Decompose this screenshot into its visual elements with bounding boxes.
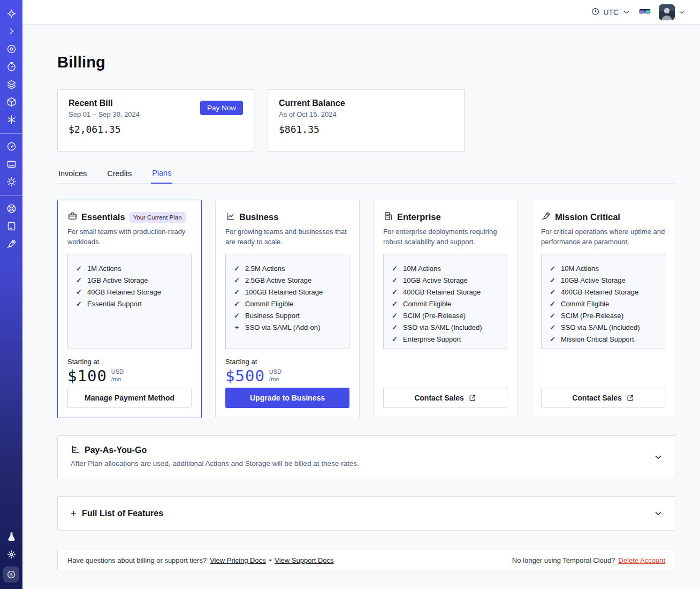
plan-feature-box: ✓1M Actions ✓1GB Active Storage ✓40GB Re…	[67, 254, 192, 349]
top-header: UTC	[22, 0, 700, 25]
current-balance-title: Current Balance	[279, 99, 453, 108]
layers-icon	[6, 79, 17, 92]
plan-feature-box: ✓10M Actions ✓10GB Active Storage ✓400GB…	[383, 254, 507, 349]
bar-chart-icon	[71, 444, 80, 456]
chart-line-icon	[225, 211, 235, 223]
current-plan-badge: Your Current Plan	[129, 212, 186, 223]
feature-label: Commit Eligible	[403, 298, 451, 310]
clock-icon	[591, 7, 600, 18]
gear-icon	[6, 176, 17, 189]
sun-icon	[6, 549, 17, 562]
tab-credits[interactable]: Credits	[106, 165, 133, 183]
feature-label: Business Support	[245, 310, 300, 322]
feature-item: ✓2.5M Actions	[233, 263, 341, 275]
sidebar-nav: $	[0, 0, 22, 589]
sidebar-item-logo[interactable]	[0, 5, 22, 23]
feedback-glasses-button[interactable]	[638, 5, 651, 19]
check-icon: ✓	[549, 286, 556, 298]
timezone-label: UTC	[603, 8, 619, 17]
page-title: Billing	[57, 54, 675, 71]
feature-item: ✓1GB Active Storage	[75, 275, 184, 286]
upgrade-business-button[interactable]: Upgrade to Business	[225, 388, 349, 408]
check-icon: ✓	[549, 334, 556, 345]
sidebar-item-docs[interactable]	[0, 218, 22, 236]
feature-label: 2.5M Actions	[245, 263, 285, 275]
feature-label: Mission Critical Support	[561, 334, 634, 345]
support-docs-link[interactable]: View Support Docs	[275, 556, 333, 564]
manage-payment-button[interactable]: Manage Payment Method	[67, 388, 192, 408]
tab-invoices[interactable]: Invoices	[57, 165, 88, 183]
feature-label: 40GB Retained Storage	[87, 286, 161, 298]
feature-label: Enterprise Support	[403, 334, 461, 345]
sidebar-item-nexus[interactable]	[0, 111, 22, 129]
features-accordion[interactable]: + Full List of Features	[57, 496, 675, 531]
recent-bill-card: Recent Bill Sep 01 – Sep 30, 2024 $2,061…	[57, 89, 254, 152]
plan-description: For enterprise deployments requiring rob…	[383, 227, 507, 247]
sidebar-item-billing-active[interactable]: $	[0, 564, 22, 582]
feature-item: ✓Mission Critical Support	[549, 334, 657, 345]
delete-account-link[interactable]: Delete Account	[619, 556, 665, 564]
feature-label: Commit Eligible	[561, 298, 609, 310]
plan-currency: USD	[269, 368, 281, 375]
recent-bill-amount: $2,061.35	[69, 124, 243, 135]
sidebar-item-deployments[interactable]	[0, 76, 22, 94]
pricing-docs-link[interactable]: View Pricing Docs	[210, 556, 266, 564]
card-icon	[6, 158, 17, 171]
external-link-icon	[626, 394, 634, 402]
contact-sales-label: Contact Sales	[414, 394, 464, 402]
feature-item: ✓SCIM (Pre-Release)	[549, 310, 657, 322]
check-icon: ✓	[75, 286, 82, 298]
feature-item: ✓1M Actions	[75, 263, 184, 275]
check-icon: ✓	[391, 334, 398, 345]
check-icon: ✓	[549, 310, 556, 322]
plan-period: /mo	[111, 375, 124, 383]
external-link-icon	[468, 394, 476, 402]
sidebar-item-theme[interactable]	[0, 546, 22, 564]
plus-icon: +	[233, 322, 240, 334]
plan-period: /mo	[269, 375, 281, 383]
tab-plans[interactable]: Plans	[151, 165, 172, 184]
feature-item: ✓10GB Active Storage	[391, 275, 499, 286]
user-menu[interactable]	[659, 4, 686, 20]
plan-card-enterprise: Enterprise For enterprise deployments re…	[373, 200, 518, 418]
plus-icon: +	[71, 508, 77, 519]
contact-sales-button[interactable]: Contact Sales	[383, 388, 507, 408]
feature-label: 10M Actions	[403, 263, 441, 275]
sidebar-item-schedules[interactable]	[0, 58, 22, 76]
sidebar-item-billing[interactable]	[0, 156, 22, 173]
check-icon: ✓	[549, 322, 556, 334]
rocket-icon	[541, 211, 551, 223]
sidebar-item-usage[interactable]	[0, 138, 22, 156]
chevron-down-icon	[678, 9, 686, 16]
starting-at-label: Starting at	[225, 358, 349, 366]
timezone-selector[interactable]: UTC	[591, 7, 631, 18]
feature-item: ✓10M Actions	[391, 263, 499, 275]
rocket-icon	[6, 238, 17, 251]
contact-sales-button[interactable]: Contact Sales	[541, 388, 665, 408]
sidebar-item-settings[interactable]	[0, 173, 22, 191]
building-icon	[383, 211, 393, 223]
pay-now-button[interactable]: Pay Now	[200, 101, 243, 115]
payg-accordion[interactable]: Pay-As-You-Go After Plan allocations are…	[57, 435, 675, 479]
chevron-right-icon	[6, 26, 17, 39]
plan-name: Mission Critical	[555, 212, 620, 222]
sidebar-item-support[interactable]	[0, 200, 22, 218]
check-icon: ✓	[75, 263, 82, 275]
check-icon: ✓	[391, 286, 398, 298]
sidebar-item-expand[interactable]	[0, 23, 22, 41]
sidebar-item-workflows[interactable]	[0, 94, 22, 111]
plan-description: For small teams with production-ready wo…	[67, 227, 192, 247]
sidebar-item-namespaces[interactable]	[0, 41, 22, 58]
feature-label: 100GB Retained Storage	[245, 286, 323, 298]
sidebar-divider	[0, 133, 22, 134]
feature-label: 400GB Retained Storage	[403, 286, 481, 298]
flask-icon	[6, 531, 17, 544]
feature-item: ✓SCIM (Pre-Release)	[391, 310, 499, 322]
check-icon: ✓	[391, 263, 398, 275]
features-title: Full List of Features	[82, 509, 163, 518]
plan-name: Essentials	[81, 212, 125, 222]
delete-prompt: No longer using Temporal Cloud?	[512, 556, 615, 564]
sidebar-item-labs[interactable]	[0, 528, 22, 546]
sidebar-item-getting-started[interactable]	[0, 236, 22, 253]
plan-name: Business	[239, 212, 278, 222]
